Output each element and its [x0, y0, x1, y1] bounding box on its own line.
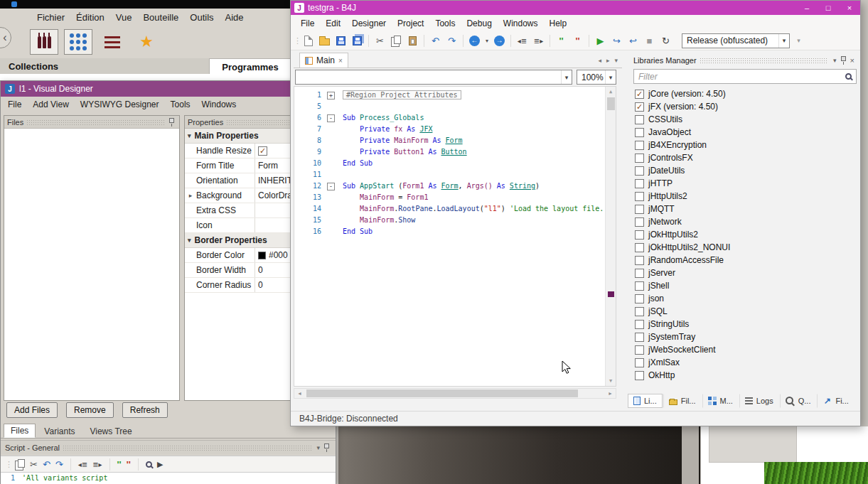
copy-icon[interactable]: [18, 459, 25, 468]
library-checkbox[interactable]: [635, 358, 644, 367]
code-line[interactable]: 13 MainForm = Form1: [294, 192, 604, 203]
ide-menu-edit[interactable]: Edit: [320, 16, 346, 31]
cut-button[interactable]: ✂: [373, 33, 387, 48]
back-history-dropdown[interactable]: ▾: [483, 33, 491, 48]
uncomment-button[interactable]: '': [570, 33, 585, 48]
ide-menu-project[interactable]: Project: [392, 16, 429, 31]
dock-tab-quick[interactable]: Q...: [780, 394, 817, 408]
library-checkbox[interactable]: [635, 166, 644, 176]
scroll-right-icon[interactable]: ►: [605, 391, 616, 396]
collapse-icon[interactable]: ▾: [314, 444, 322, 451]
library-checkbox[interactable]: [635, 371, 644, 380]
library-checkbox[interactable]: [635, 141, 644, 150]
code-line[interactable]: 9 Private Button1 As Button: [294, 146, 604, 158]
step-over-button[interactable]: ↩: [626, 33, 641, 48]
library-item[interactable]: jHTTP: [633, 177, 859, 190]
dock-tab-libraries[interactable]: Li...: [628, 394, 663, 408]
library-item[interactable]: jNetwork: [633, 215, 859, 228]
outdent-icon[interactable]: ◂≣: [78, 461, 87, 468]
redo-icon[interactable]: ↷: [55, 459, 63, 470]
navigate-back-button[interactable]: ←: [467, 33, 482, 48]
dock-tab-modules[interactable]: M...: [702, 394, 739, 408]
code-line[interactable]: 7 Private fx As JFX: [294, 124, 604, 135]
pin-icon[interactable]: [841, 56, 846, 61]
back-menu-outils[interactable]: Outils: [184, 11, 219, 24]
library-checkbox[interactable]: [635, 345, 644, 355]
library-checkbox[interactable]: [635, 230, 644, 240]
ide-menu-file[interactable]: File: [295, 16, 320, 31]
expander-icon[interactable]: ▸: [185, 192, 196, 199]
scroll-left-icon[interactable]: ◄: [294, 391, 305, 396]
outdent-button[interactable]: ◂≣: [515, 33, 530, 48]
library-item[interactable]: OkHttp: [633, 369, 859, 382]
refresh-button[interactable]: Refresh: [122, 402, 168, 418]
tab-close-icon[interactable]: ×: [338, 57, 343, 65]
undo-button[interactable]: ↶: [428, 33, 443, 48]
copy-button[interactable]: [389, 33, 404, 48]
code-line[interactable]: 15 MainForm.Show: [294, 215, 604, 226]
libraries-manager-header[interactable]: Libraries Manager ▾ ×: [631, 53, 859, 67]
toolbar-overflow-button[interactable]: ▾: [791, 33, 806, 48]
scrollbar-thumb[interactable]: [607, 97, 615, 110]
tab-list-icon[interactable]: ▾: [614, 57, 618, 64]
save-button[interactable]: [333, 33, 348, 48]
scroll-up-icon[interactable]: ▲: [606, 87, 616, 97]
new-button[interactable]: [301, 33, 316, 48]
ide-menu-tools[interactable]: Tools: [429, 16, 461, 31]
code-line[interactable]: 12-Sub AppStart (Form1 As Form, Args() A…: [294, 181, 604, 192]
designer-tab-variants[interactable]: Variants: [38, 425, 81, 438]
ide-menu-designer[interactable]: Designer: [346, 16, 392, 31]
library-checkbox[interactable]: ✓: [635, 102, 644, 112]
library-checkbox[interactable]: [635, 205, 644, 214]
library-checkbox[interactable]: [635, 320, 644, 329]
stop-button[interactable]: ■: [642, 33, 657, 48]
library-checkbox[interactable]: [635, 154, 644, 163]
library-checkbox[interactable]: [635, 256, 644, 265]
comment-icon[interactable]: '': [117, 459, 122, 470]
pin-icon[interactable]: [324, 443, 329, 448]
add-files-button[interactable]: Add Files: [6, 402, 58, 418]
back-menu-vue[interactable]: Vue: [110, 11, 138, 24]
files-panel-header[interactable]: Files: [4, 116, 179, 129]
library-item[interactable]: jB4XEncryption: [633, 139, 859, 151]
navigate-forward-button[interactable]: →: [492, 33, 507, 48]
library-item[interactable]: jShell: [633, 279, 859, 292]
grid-view-button[interactable]: [64, 29, 92, 55]
back-menu-dition[interactable]: Édition: [70, 11, 110, 24]
designer-tab-views-tree[interactable]: Views Tree: [83, 425, 138, 438]
pin-icon[interactable]: [169, 118, 174, 123]
library-checkbox[interactable]: [635, 307, 644, 316]
sub-navigator-select[interactable]: ▾: [295, 70, 572, 85]
designer-menu-file[interactable]: File: [2, 97, 27, 112]
ide-menu-help[interactable]: Help: [544, 16, 573, 31]
library-item[interactable]: jWebSocketClient: [633, 343, 859, 356]
back-menu-fichier[interactable]: Fichier: [31, 11, 70, 24]
code-line[interactable]: 14 MainForm.RootPane.LoadLayout("l1") 'L…: [294, 203, 604, 215]
collapse-icon[interactable]: ▾: [831, 57, 839, 64]
designer-menu-wysiwyg-designer[interactable]: WYSIWYG Designer: [75, 97, 165, 112]
library-checkbox[interactable]: ✓: [635, 90, 644, 99]
run-button[interactable]: ▶: [593, 33, 608, 48]
tab-scroll-left-icon[interactable]: ◂: [598, 57, 601, 64]
library-checkbox[interactable]: [635, 217, 644, 227]
fold-toggle-icon[interactable]: -: [327, 114, 335, 122]
designer-tab-files[interactable]: Files: [4, 424, 36, 438]
search-icon[interactable]: [146, 461, 152, 468]
library-checkbox[interactable]: [635, 179, 644, 188]
uncomment-icon[interactable]: '': [127, 459, 131, 470]
redo-button[interactable]: ↷: [444, 33, 459, 48]
editor-horizontal-scrollbar[interactable]: ◄ ►: [294, 388, 616, 399]
script-section-header[interactable]: Script - General ▾: [1, 440, 336, 454]
property-checkbox[interactable]: ✓: [258, 146, 267, 156]
maximize-button[interactable]: □: [818, 1, 839, 15]
designer-menu-tools[interactable]: Tools: [165, 97, 196, 112]
dock-tab-find[interactable]: Fi...: [817, 394, 854, 408]
library-item[interactable]: jOkHttpUtils2: [633, 228, 859, 241]
tab-collections[interactable]: Collections: [0, 61, 58, 72]
ide-titlebar[interactable]: J testgra - B4J – □ ×: [291, 1, 860, 15]
library-checkbox[interactable]: [635, 269, 644, 278]
zoom-select[interactable]: 100% ▾: [577, 70, 616, 85]
library-checkbox[interactable]: [635, 281, 644, 291]
code-editor[interactable]: 1+#Region Project Attributes56-Sub Proce…: [294, 86, 616, 387]
favorites-button[interactable]: ★: [132, 29, 161, 55]
